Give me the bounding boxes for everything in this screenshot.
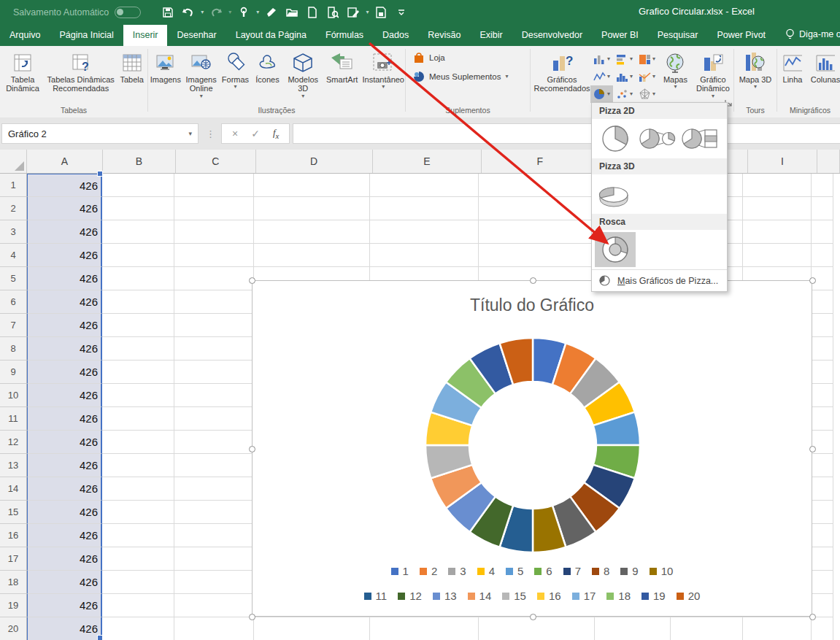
row-header-9[interactable]: 9	[0, 361, 27, 384]
cell[interactable]	[174, 617, 254, 640]
row-header-20[interactable]: 20	[0, 617, 27, 640]
cell[interactable]	[812, 361, 833, 384]
cell[interactable]	[254, 197, 370, 220]
legend-item-6[interactable]: 6	[534, 565, 552, 577]
tab-página-inicial[interactable]: Página Inicial	[50, 25, 123, 46]
legend-item-4[interactable]: 4	[477, 565, 495, 577]
cell[interactable]	[479, 244, 595, 267]
cell[interactable]	[102, 454, 174, 477]
cell[interactable]	[174, 384, 254, 407]
legend-item-5[interactable]: 5	[506, 565, 523, 577]
column-chart-button[interactable]: ▾	[590, 50, 613, 68]
cell[interactable]	[102, 174, 174, 197]
row-header-11[interactable]: 11	[0, 407, 27, 431]
name-box-caret-icon[interactable]: ▾	[188, 130, 192, 137]
screenshot-button[interactable]: Instantâneo▾	[362, 49, 406, 91]
cell[interactable]	[671, 617, 743, 640]
cell-A5[interactable]: 426	[27, 267, 102, 290]
name-box[interactable]: Gráfico 2 ▾	[1, 123, 199, 144]
tab-exibir[interactable]: Exibir	[470, 25, 512, 46]
row-header-4[interactable]: 4	[0, 244, 27, 267]
legend-item-18[interactable]: 18	[606, 590, 631, 602]
legend-item-15[interactable]: 15	[502, 590, 526, 602]
cell[interactable]	[743, 617, 812, 640]
cell[interactable]	[174, 524, 254, 547]
cell-A13[interactable]: 426	[27, 454, 102, 477]
cell[interactable]	[174, 267, 254, 290]
more-pie-charts-item[interactable]: Mais Gráficos de Pizza...	[592, 269, 727, 291]
row-header-13[interactable]: 13	[0, 454, 27, 477]
customize-toolbar-icon[interactable]	[393, 4, 409, 20]
chart-resize-handle[interactable]	[249, 277, 255, 284]
legend-item-14[interactable]: 14	[468, 590, 492, 602]
enter-icon[interactable]: ✓	[251, 128, 260, 139]
cell-A15[interactable]: 426	[27, 501, 102, 524]
row-header-6[interactable]: 6	[0, 290, 27, 314]
column-header-D[interactable]: D	[256, 150, 373, 173]
chart-resize-handle[interactable]	[530, 614, 536, 620]
tab-dados[interactable]: Dados	[373, 25, 418, 46]
tab-revisão[interactable]: Revisão	[418, 25, 470, 46]
cell[interactable]	[812, 174, 833, 197]
row-header-19[interactable]: 19	[0, 594, 27, 617]
cell[interactable]	[479, 174, 595, 197]
cell-A3[interactable]: 426	[27, 220, 102, 244]
chart-resize-handle[interactable]	[249, 614, 255, 620]
cell[interactable]	[254, 617, 370, 640]
cell[interactable]	[812, 617, 833, 640]
cell[interactable]	[743, 197, 812, 220]
map-3d-button[interactable]: Mapa 3D▾	[736, 49, 775, 91]
column-header-F[interactable]: F	[482, 150, 598, 173]
cell[interactable]	[102, 384, 174, 407]
cell[interactable]	[812, 314, 833, 337]
autosave-switch-icon[interactable]	[115, 7, 141, 18]
tab-desenhar[interactable]: Desenhar	[167, 25, 226, 46]
cell-A11[interactable]: 426	[27, 407, 102, 431]
store-button[interactable]: Loja	[413, 52, 537, 63]
row-header-10[interactable]: 10	[0, 384, 27, 407]
cell[interactable]	[102, 244, 174, 267]
row-header-15[interactable]: 15	[0, 501, 27, 524]
cell-A18[interactable]: 426	[27, 571, 102, 594]
legend-item-7[interactable]: 7	[563, 565, 581, 577]
cell[interactable]	[102, 314, 174, 337]
format-painter-icon[interactable]	[263, 4, 280, 20]
cell[interactable]	[174, 244, 254, 267]
legend-item-12[interactable]: 12	[398, 590, 422, 602]
cell-A2[interactable]: 426	[27, 197, 102, 220]
row-header-14[interactable]: 14	[0, 477, 27, 501]
chart-resize-handle[interactable]	[530, 277, 536, 284]
cell[interactable]	[812, 454, 833, 477]
column-header-A[interactable]: A	[27, 150, 103, 173]
pie-2d-icon[interactable]	[595, 121, 636, 156]
cell[interactable]	[812, 244, 833, 267]
cell-A14[interactable]: 426	[27, 477, 102, 501]
cell[interactable]	[812, 571, 833, 594]
chart-resize-handle[interactable]	[809, 277, 816, 284]
cell[interactable]	[174, 594, 254, 617]
cell[interactable]	[370, 244, 479, 267]
cell-A17[interactable]: 426	[27, 547, 102, 571]
save-as-icon[interactable]	[373, 4, 389, 20]
cell-A7[interactable]: 426	[27, 314, 102, 337]
cell[interactable]	[174, 431, 254, 454]
touch-mode-icon[interactable]	[236, 4, 252, 20]
save-icon[interactable]	[160, 4, 176, 20]
table-button[interactable]: Tabela	[116, 49, 147, 85]
cell-A12[interactable]: 426	[27, 431, 102, 454]
legend-item-3[interactable]: 3	[448, 565, 466, 577]
formula-input[interactable]	[293, 123, 840, 144]
radar-chart-button[interactable]: ▾	[636, 85, 658, 103]
cell[interactable]	[812, 220, 833, 244]
sparkline-line-button[interactable]: Linha	[777, 49, 808, 85]
cell[interactable]	[102, 337, 174, 361]
cell[interactable]	[812, 477, 833, 501]
images-button[interactable]: Imagens	[148, 49, 183, 85]
cell-A16[interactable]: 426	[27, 524, 102, 547]
pivot-table-button[interactable]: Tabela Dinâmica	[0, 49, 45, 95]
new-file-icon[interactable]	[304, 4, 320, 20]
models-3d-button[interactable]: Modelos 3D▾	[283, 49, 323, 101]
cell[interactable]	[479, 617, 595, 640]
cell[interactable]	[174, 290, 254, 314]
cell[interactable]	[174, 407, 254, 431]
